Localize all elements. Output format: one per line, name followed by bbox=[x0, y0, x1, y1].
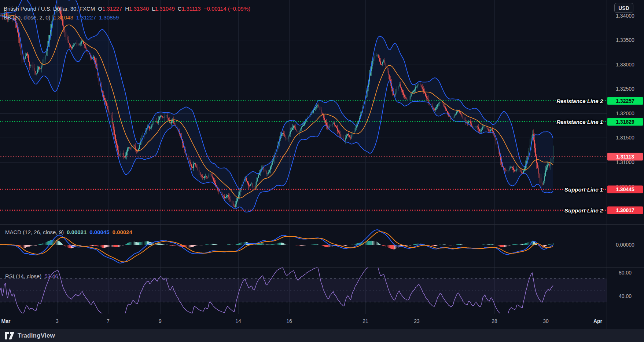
bottom-toolbar: TradingView bbox=[0, 329, 644, 342]
rsi-axis-label: 40.00 bbox=[608, 293, 643, 299]
macd-line-value: 0.00045 bbox=[89, 229, 109, 236]
price-axis-label: 1.34000 bbox=[608, 13, 643, 19]
chart-canvas[interactable] bbox=[0, 0, 644, 342]
symbol-legend[interactable]: British Pound / U.S. Dollar, 30, FXCM O1… bbox=[4, 6, 250, 12]
symbol-title: British Pound / U.S. Dollar, 30, FXCM bbox=[4, 6, 95, 12]
level-label[interactable]: Support Line 1 bbox=[564, 186, 603, 192]
ohlc-open: O1.31227 bbox=[98, 6, 122, 12]
time-axis-label: Apr bbox=[593, 318, 602, 324]
tradingview-logo-icon[interactable] bbox=[4, 332, 15, 340]
currency-badge[interactable]: USD bbox=[614, 3, 633, 13]
bb-upper-value: 1.31227 bbox=[76, 14, 96, 21]
level-label[interactable]: Support Line 2 bbox=[564, 207, 603, 213]
macd-label: MACD (12, 26, close, 9) bbox=[5, 229, 64, 236]
macd-legend[interactable]: MACD (12, 26, close, 9) 0.00021 0.00045 … bbox=[5, 229, 132, 236]
ohlc-close: C1.31113 bbox=[178, 6, 201, 12]
time-axis-label: 21 bbox=[363, 318, 368, 324]
bb-legend[interactable]: BB (20, close, 2, 0) 1.31043 1.31227 1.3… bbox=[4, 14, 119, 21]
level-price-badge: 1.30445 bbox=[607, 185, 643, 193]
time-axis-label: Mar bbox=[1, 318, 11, 324]
price-axis-label: 1.33000 bbox=[608, 62, 643, 68]
rsi-legend[interactable]: RSI (14, close) 53.46 bbox=[5, 273, 58, 280]
level-price-badge: 1.31829 bbox=[607, 118, 643, 125]
bb-label: BB (20, close, 2, 0) bbox=[4, 14, 51, 21]
trading-chart-app: British Pound / U.S. Dollar, 30, FXCM O1… bbox=[0, 0, 644, 342]
price-axis-label: 1.32500 bbox=[608, 86, 643, 92]
time-axis-label: 28 bbox=[492, 318, 497, 324]
level-price-badge: 1.32257 bbox=[607, 97, 643, 105]
level-label[interactable]: Resistance Line 2 bbox=[556, 98, 603, 104]
bb-basis-value: 1.31043 bbox=[54, 14, 73, 21]
time-axis-label: 23 bbox=[414, 318, 420, 324]
macd-signal-value: 0.00024 bbox=[113, 229, 132, 236]
level-label[interactable]: Resistance Line 1 bbox=[556, 119, 603, 125]
rsi-value: 53.46 bbox=[44, 273, 58, 280]
time-axis-label: 30 bbox=[543, 318, 549, 324]
macd-zero-label: 0.00000 bbox=[608, 242, 643, 248]
rsi-label: RSI (14, close) bbox=[5, 273, 41, 280]
tradingview-brand-text[interactable]: TradingView bbox=[18, 332, 55, 339]
rsi-axis-label: 80.00 bbox=[608, 270, 643, 276]
last-price-badge: 1.31113 bbox=[607, 153, 643, 160]
time-axis-label: 16 bbox=[286, 318, 292, 324]
time-axis-label: 9 bbox=[159, 318, 162, 324]
price-axis-label: 1.33500 bbox=[608, 37, 643, 43]
bb-lower-value: 1.30859 bbox=[99, 14, 119, 21]
price-axis-label: 1.32000 bbox=[608, 110, 643, 116]
price-axis-label: 1.31500 bbox=[608, 135, 643, 141]
time-axis-label: 7 bbox=[107, 318, 110, 324]
time-axis-label: 14 bbox=[235, 318, 241, 324]
macd-hist-value: 0.00021 bbox=[67, 229, 87, 236]
ohlc-low: L1.31049 bbox=[152, 6, 175, 12]
ohlc-high: H1.31340 bbox=[125, 6, 149, 12]
level-price-badge: 1.30017 bbox=[607, 206, 643, 214]
price-change: −0.00114 (−0.09%) bbox=[204, 6, 250, 12]
time-axis-label: 3 bbox=[56, 318, 59, 324]
